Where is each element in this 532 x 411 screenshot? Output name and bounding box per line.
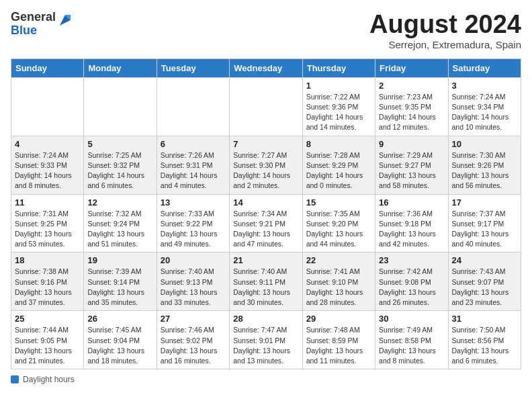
day-cell-1: 1Sunrise: 7:22 AM Sunset: 9:36 PM Daylig…	[302, 77, 375, 136]
day-cell-17: 17Sunrise: 7:37 AM Sunset: 9:17 PM Dayli…	[448, 194, 521, 253]
day-info: Sunrise: 7:29 AM Sunset: 9:27 PM Dayligh…	[379, 150, 444, 191]
logo: General Blue	[11, 11, 73, 38]
header-row: SundayMondayTuesdayWednesdayThursdayFrid…	[11, 58, 521, 77]
day-cell-8: 8Sunrise: 7:28 AM Sunset: 9:29 PM Daylig…	[302, 136, 375, 194]
day-number: 11	[15, 197, 80, 208]
col-header-saturday: Saturday	[448, 58, 521, 77]
day-number: 26	[87, 314, 152, 324]
day-cell-11: 11Sunrise: 7:31 AM Sunset: 9:25 PM Dayli…	[11, 194, 84, 253]
day-info: Sunrise: 7:23 AM Sunset: 9:35 PM Dayligh…	[379, 92, 444, 133]
day-cell-25: 25Sunrise: 7:44 AM Sunset: 9:05 PM Dayli…	[11, 311, 84, 369]
day-info: Sunrise: 7:48 AM Sunset: 8:59 PM Dayligh…	[306, 325, 371, 366]
day-cell-2: 2Sunrise: 7:23 AM Sunset: 9:35 PM Daylig…	[375, 77, 448, 136]
col-header-monday: Monday	[84, 58, 157, 77]
day-number: 30	[379, 314, 444, 324]
day-number: 14	[233, 197, 298, 208]
day-number: 29	[306, 314, 371, 324]
col-header-thursday: Thursday	[302, 58, 375, 77]
day-number: 8	[306, 139, 371, 149]
day-number: 6	[161, 139, 226, 149]
day-number: 12	[87, 197, 152, 208]
day-number: 1	[306, 81, 371, 91]
day-number: 7	[233, 139, 298, 149]
day-info: Sunrise: 7:33 AM Sunset: 9:22 PM Dayligh…	[161, 209, 226, 250]
title-area: August 2024 Serrejon, Extremadura, Spain	[369, 11, 521, 50]
logo-icon	[57, 12, 73, 28]
day-info: Sunrise: 7:40 AM Sunset: 9:11 PM Dayligh…	[233, 267, 298, 308]
day-cell-19: 19Sunrise: 7:39 AM Sunset: 9:14 PM Dayli…	[84, 253, 157, 311]
day-info: Sunrise: 7:38 AM Sunset: 9:16 PM Dayligh…	[15, 267, 80, 308]
day-cell-empty-0-2	[157, 77, 229, 136]
day-cell-10: 10Sunrise: 7:30 AM Sunset: 9:26 PM Dayli…	[448, 136, 521, 194]
day-cell-14: 14Sunrise: 7:34 AM Sunset: 9:21 PM Dayli…	[230, 194, 302, 253]
day-number: 18	[15, 255, 80, 265]
logo-general: General	[11, 11, 56, 24]
day-cell-9: 9Sunrise: 7:29 AM Sunset: 9:27 PM Daylig…	[375, 136, 448, 194]
day-info: Sunrise: 7:25 AM Sunset: 9:32 PM Dayligh…	[87, 150, 152, 191]
day-cell-20: 20Sunrise: 7:40 AM Sunset: 9:13 PM Dayli…	[157, 253, 229, 311]
day-info: Sunrise: 7:44 AM Sunset: 9:05 PM Dayligh…	[15, 325, 80, 366]
day-number: 20	[161, 255, 226, 265]
day-cell-12: 12Sunrise: 7:32 AM Sunset: 9:24 PM Dayli…	[84, 194, 157, 253]
day-cell-23: 23Sunrise: 7:42 AM Sunset: 9:08 PM Dayli…	[375, 253, 448, 311]
footer-note: Daylight hours	[11, 375, 521, 384]
day-number: 21	[233, 255, 298, 265]
day-number: 13	[161, 197, 226, 208]
day-info: Sunrise: 7:22 AM Sunset: 9:36 PM Dayligh…	[306, 92, 371, 133]
day-info: Sunrise: 7:40 AM Sunset: 9:13 PM Dayligh…	[161, 267, 226, 308]
day-cell-29: 29Sunrise: 7:48 AM Sunset: 8:59 PM Dayli…	[302, 311, 375, 369]
week-row-4: 18Sunrise: 7:38 AM Sunset: 9:16 PM Dayli…	[11, 253, 521, 311]
day-number: 25	[15, 314, 80, 324]
col-header-tuesday: Tuesday	[157, 58, 229, 77]
footer-dot-icon	[11, 375, 19, 383]
col-header-wednesday: Wednesday	[230, 58, 302, 77]
logo-blue: Blue	[11, 24, 56, 38]
day-cell-7: 7Sunrise: 7:27 AM Sunset: 9:30 PM Daylig…	[230, 136, 302, 194]
day-number: 4	[15, 139, 80, 149]
week-row-5: 25Sunrise: 7:44 AM Sunset: 9:05 PM Dayli…	[11, 311, 521, 369]
day-cell-31: 31Sunrise: 7:50 AM Sunset: 8:56 PM Dayli…	[448, 311, 521, 369]
day-cell-15: 15Sunrise: 7:35 AM Sunset: 9:20 PM Dayli…	[302, 194, 375, 253]
day-cell-empty-0-3	[230, 77, 302, 136]
day-info: Sunrise: 7:31 AM Sunset: 9:25 PM Dayligh…	[15, 209, 80, 250]
day-cell-26: 26Sunrise: 7:45 AM Sunset: 9:04 PM Dayli…	[84, 311, 157, 369]
day-number: 22	[306, 255, 371, 265]
day-number: 23	[379, 255, 444, 265]
day-number: 27	[161, 314, 226, 324]
day-cell-16: 16Sunrise: 7:36 AM Sunset: 9:18 PM Dayli…	[375, 194, 448, 253]
day-cell-22: 22Sunrise: 7:41 AM Sunset: 9:10 PM Dayli…	[302, 253, 375, 311]
col-header-sunday: Sunday	[11, 58, 84, 77]
day-cell-empty-0-0	[11, 77, 84, 136]
day-number: 28	[233, 314, 298, 324]
day-info: Sunrise: 7:32 AM Sunset: 9:24 PM Dayligh…	[87, 209, 152, 250]
day-info: Sunrise: 7:27 AM Sunset: 9:30 PM Dayligh…	[233, 150, 298, 191]
day-number: 24	[452, 255, 517, 265]
day-cell-27: 27Sunrise: 7:46 AM Sunset: 9:02 PM Dayli…	[157, 311, 229, 369]
day-info: Sunrise: 7:34 AM Sunset: 9:21 PM Dayligh…	[233, 209, 298, 250]
day-info: Sunrise: 7:45 AM Sunset: 9:04 PM Dayligh…	[87, 325, 152, 366]
day-cell-5: 5Sunrise: 7:25 AM Sunset: 9:32 PM Daylig…	[84, 136, 157, 194]
day-number: 2	[379, 81, 444, 91]
day-info: Sunrise: 7:26 AM Sunset: 9:31 PM Dayligh…	[161, 150, 226, 191]
day-cell-4: 4Sunrise: 7:24 AM Sunset: 9:33 PM Daylig…	[11, 136, 84, 194]
day-info: Sunrise: 7:30 AM Sunset: 9:26 PM Dayligh…	[452, 150, 517, 191]
day-number: 17	[452, 197, 517, 208]
day-number: 10	[452, 139, 517, 149]
calendar-table: SundayMondayTuesdayWednesdayThursdayFrid…	[11, 58, 521, 369]
day-info: Sunrise: 7:42 AM Sunset: 9:08 PM Dayligh…	[379, 267, 444, 308]
day-info: Sunrise: 7:28 AM Sunset: 9:29 PM Dayligh…	[306, 150, 371, 191]
logo-text: General Blue	[11, 11, 56, 38]
day-cell-21: 21Sunrise: 7:40 AM Sunset: 9:11 PM Dayli…	[230, 253, 302, 311]
day-number: 19	[87, 255, 152, 265]
day-number: 31	[452, 314, 517, 324]
day-info: Sunrise: 7:46 AM Sunset: 9:02 PM Dayligh…	[161, 325, 226, 366]
day-cell-empty-0-1	[84, 77, 157, 136]
day-cell-30: 30Sunrise: 7:49 AM Sunset: 8:58 PM Dayli…	[375, 311, 448, 369]
day-info: Sunrise: 7:24 AM Sunset: 9:33 PM Dayligh…	[15, 150, 80, 191]
day-info: Sunrise: 7:39 AM Sunset: 9:14 PM Dayligh…	[87, 267, 152, 308]
week-row-2: 4Sunrise: 7:24 AM Sunset: 9:33 PM Daylig…	[11, 136, 521, 194]
day-info: Sunrise: 7:41 AM Sunset: 9:10 PM Dayligh…	[306, 267, 371, 308]
day-number: 5	[87, 139, 152, 149]
week-row-3: 11Sunrise: 7:31 AM Sunset: 9:25 PM Dayli…	[11, 194, 521, 253]
footer-text: Daylight hours	[23, 375, 75, 384]
